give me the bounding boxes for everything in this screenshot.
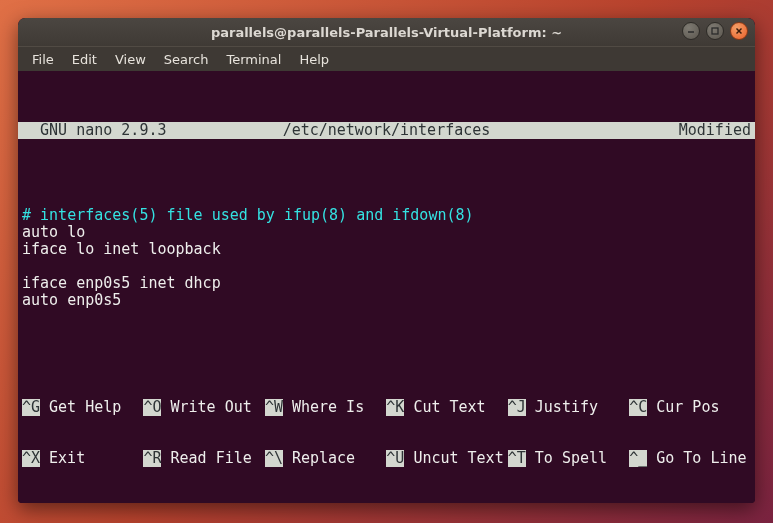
nano-filename: /etc/network/interfaces xyxy=(263,122,511,139)
editor-line xyxy=(22,258,751,275)
shortcut-read-file: ^RRead File xyxy=(143,450,264,467)
shortcut-label: Where Is xyxy=(283,399,364,416)
menubar: File Edit View Search Terminal Help xyxy=(18,46,755,71)
window-titlebar[interactable]: parallels@parallels-Parallels-Virtual-Pl… xyxy=(18,18,755,46)
shortcut-key: ^K xyxy=(386,399,404,416)
terminal-viewport[interactable]: GNU nano 2.9.3 /etc/network/interfaces M… xyxy=(18,71,755,503)
shortcut-key: ^G xyxy=(22,399,40,416)
window-title: parallels@parallels-Parallels-Virtual-Pl… xyxy=(211,25,562,40)
menu-view[interactable]: View xyxy=(107,50,154,69)
menu-terminal[interactable]: Terminal xyxy=(218,50,289,69)
editor-content[interactable]: # interfaces(5) file used by ifup(8) and… xyxy=(18,190,755,309)
editor-comment-line: # interfaces(5) file used by ifup(8) and… xyxy=(22,207,751,224)
shortcut-key: ^X xyxy=(22,450,40,467)
menu-help[interactable]: Help xyxy=(291,50,337,69)
editor-line: auto lo xyxy=(22,224,751,241)
shortcut-key: ^J xyxy=(508,399,526,416)
editor-line: auto enp0s5 xyxy=(22,292,751,309)
svg-rect-1 xyxy=(712,28,718,34)
nano-version: GNU nano 2.9.3 xyxy=(22,122,263,139)
nano-header-bar: GNU nano 2.9.3 /etc/network/interfaces M… xyxy=(18,122,755,139)
shortcut-label: To Spell xyxy=(526,450,607,467)
maximize-button[interactable] xyxy=(706,22,724,40)
menu-file[interactable]: File xyxy=(24,50,62,69)
shortcut-label: Justify xyxy=(526,399,598,416)
shortcut-key: ^\ xyxy=(265,450,283,467)
window-controls xyxy=(682,22,748,40)
menu-search[interactable]: Search xyxy=(156,50,217,69)
shortcut-key: ^U xyxy=(386,450,404,467)
shortcut-label: Uncut Text xyxy=(404,450,503,467)
shortcut-label: Get Help xyxy=(40,399,121,416)
terminal-window: parallels@parallels-Parallels-Virtual-Pl… xyxy=(18,18,755,503)
shortcut-label: Replace xyxy=(283,450,355,467)
shortcut-label: Exit xyxy=(40,450,85,467)
editor-line: iface enp0s5 inet dhcp xyxy=(22,275,751,292)
shortcut-where-is: ^WWhere Is xyxy=(265,399,386,416)
shortcut-key: ^T xyxy=(508,450,526,467)
shortcut-key: ^R xyxy=(143,450,161,467)
shortcut-key: ^W xyxy=(265,399,283,416)
nano-status: Modified xyxy=(510,122,751,139)
close-button[interactable] xyxy=(730,22,748,40)
shortcut-justify: ^JJustify xyxy=(508,399,629,416)
shortcut-row-2: ^XExit ^RRead File ^\Replace ^UUncut Tex… xyxy=(22,450,751,467)
shortcut-replace: ^\Replace xyxy=(265,450,386,467)
shortcut-label: Go To Line xyxy=(647,450,746,467)
shortcut-label: Write Out xyxy=(161,399,251,416)
shortcut-key: ^_ xyxy=(629,450,647,467)
shortcut-label: Cut Text xyxy=(404,399,485,416)
shortcut-label: Cur Pos xyxy=(647,399,719,416)
shortcut-row-1: ^GGet Help ^OWrite Out ^WWhere Is ^KCut … xyxy=(22,399,751,416)
nano-shortcut-bar: ^GGet Help ^OWrite Out ^WWhere Is ^KCut … xyxy=(18,365,755,503)
shortcut-get-help: ^GGet Help xyxy=(22,399,143,416)
shortcut-go-to-line: ^_Go To Line xyxy=(629,450,750,467)
shortcut-uncut-text: ^UUncut Text xyxy=(386,450,507,467)
blank-line xyxy=(22,190,751,207)
shortcut-exit: ^XExit xyxy=(22,450,143,467)
shortcut-cut-text: ^KCut Text xyxy=(386,399,507,416)
shortcut-key: ^O xyxy=(143,399,161,416)
editor-line: iface lo inet loopback xyxy=(22,241,751,258)
shortcut-label: Read File xyxy=(161,450,251,467)
minimize-button[interactable] xyxy=(682,22,700,40)
shortcut-to-spell: ^TTo Spell xyxy=(508,450,629,467)
shortcut-key: ^C xyxy=(629,399,647,416)
menu-edit[interactable]: Edit xyxy=(64,50,105,69)
shortcut-write-out: ^OWrite Out xyxy=(143,399,264,416)
shortcut-cur-pos: ^CCur Pos xyxy=(629,399,750,416)
